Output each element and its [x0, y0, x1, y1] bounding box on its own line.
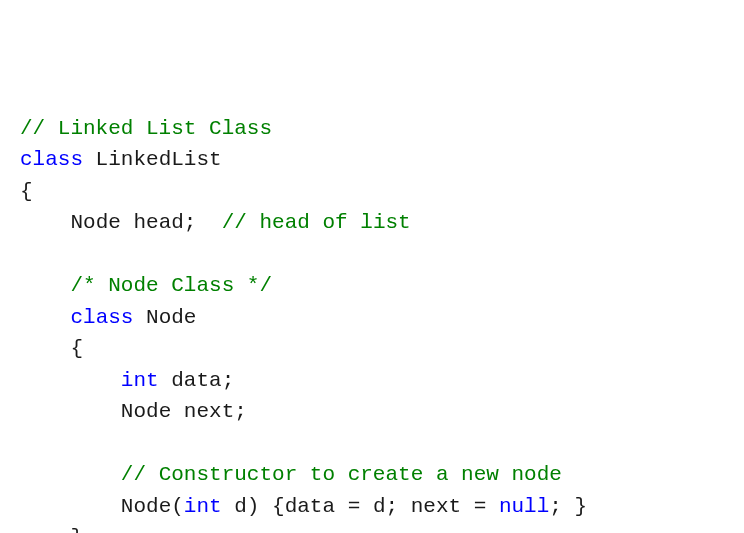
code-line: Node head; // head of list: [20, 207, 724, 239]
code-line: {: [20, 176, 724, 208]
code-token: // Linked List Class: [20, 117, 272, 140]
code-token: Node: [133, 306, 196, 329]
code-line: Node next;: [20, 396, 724, 428]
code-line: [20, 428, 724, 460]
code-token: /* Node Class */: [70, 274, 272, 297]
code-line: Node(int d) {data = d; next = null; }: [20, 491, 724, 523]
code-token: d) {data = d; next =: [222, 495, 499, 518]
code-line: [20, 239, 724, 271]
code-token: LinkedList: [83, 148, 222, 171]
code-token: Node head;: [70, 211, 221, 234]
code-line: // Constructor to create a new node: [20, 459, 724, 491]
code-line: }: [20, 522, 724, 533]
code-token: Node next;: [121, 400, 247, 423]
code-token: ; }: [549, 495, 587, 518]
code-line: /* Node Class */: [20, 270, 724, 302]
code-token: int: [184, 495, 222, 518]
code-block: // Linked List Classclass LinkedList{ No…: [20, 113, 724, 534]
code-token: Node(: [121, 495, 184, 518]
code-token: // Constructor to create a new node: [121, 463, 562, 486]
code-token: int: [121, 369, 159, 392]
code-line: {: [20, 333, 724, 365]
code-token: {: [70, 337, 83, 360]
code-token: data;: [159, 369, 235, 392]
code-token: }: [70, 526, 83, 533]
code-token: // head of list: [222, 211, 411, 234]
code-token: class: [70, 306, 133, 329]
code-token: class: [20, 148, 83, 171]
code-line: class LinkedList: [20, 144, 724, 176]
code-token: null: [499, 495, 549, 518]
code-line: class Node: [20, 302, 724, 334]
code-line: int data;: [20, 365, 724, 397]
code-token: {: [20, 180, 33, 203]
code-line: // Linked List Class: [20, 113, 724, 145]
